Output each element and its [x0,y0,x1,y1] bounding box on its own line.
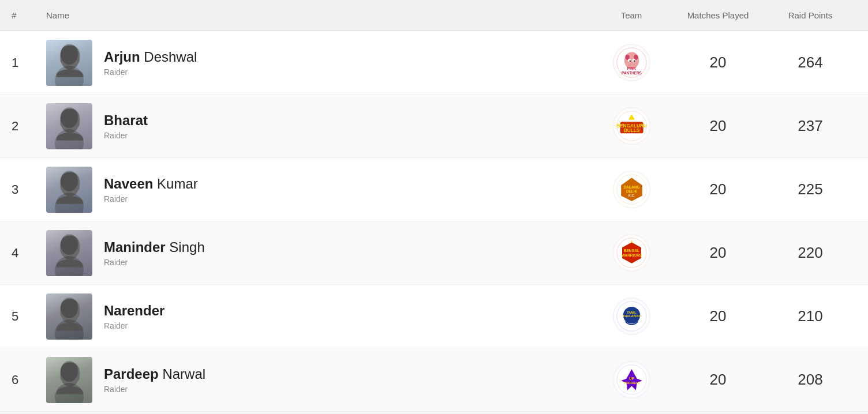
table-row[interactable]: 3 Naveen Kumar Raider DABANG DELHI K.C. [0,158,868,221]
header-team: Team [591,10,672,20]
table-row[interactable]: 4 Maninder Singh Raider BENGAL WARRIORS [0,221,868,285]
matches-played: 20 [672,244,764,262]
table-row[interactable]: 1 Arjun Deshwal Raider PINK PANTHERS [0,31,868,95]
player-info: Maninder Singh Raider [104,239,205,267]
svg-text:PINK: PINK [627,66,636,70]
header-matches: Matches Played [672,10,764,20]
team-cell: PINK PANTHERS [591,44,672,81]
team-logo: BENGALURU BULLS [613,107,650,145]
svg-point-11 [629,60,631,62]
player-photo [46,40,92,86]
player-name: Bharat [104,112,148,129]
svg-text:BULLS: BULLS [623,128,639,133]
raid-points: 220 [764,244,856,262]
player-role: Raider [104,67,197,77]
player-cell: Naveen Kumar Raider [46,167,591,213]
team-logo: PINK PANTHERS [613,44,650,81]
player-role: Raider [104,385,205,394]
player-info: Arjun Deshwal Raider [104,49,197,77]
svg-text:UP: UP [629,377,635,381]
matches-played: 20 [672,180,764,198]
svg-text:DABANG: DABANG [623,185,639,189]
team-cell: DABANG DELHI K.C. [591,171,672,208]
svg-text:YODDHAS: YODDHAS [623,381,639,385]
svg-text:K.C.: K.C. [628,194,635,197]
team-logo: BENGAL WARRIORS [613,234,650,272]
player-info: Naveen Kumar Raider [104,176,198,204]
matches-played: 20 [672,117,764,135]
raid-points: 210 [764,307,856,325]
team-logo: UP YODDHAS [613,361,650,398]
svg-text:TAMIL: TAMIL [627,311,637,314]
player-info: Pardeep Narwal Raider [104,366,205,394]
player-rank: 5 [12,309,46,324]
svg-text:THALAIVAS: THALAIVAS [622,314,640,318]
matches-played: 20 [672,54,764,71]
player-name: Narender [104,303,164,319]
svg-text:BENGAL: BENGAL [623,249,639,253]
player-rank: 2 [12,119,46,134]
svg-point-45 [61,361,78,382]
svg-text:DELHI: DELHI [626,189,637,193]
table-row[interactable]: 6 Pardeep Narwal Raider UP YODDHAS 20 [0,348,868,412]
player-cell: Narender Raider [46,293,591,340]
player-name: Arjun Deshwal [104,49,197,65]
header-rank: # [12,10,46,20]
team-cell: UP YODDHAS [591,361,672,398]
player-info: Bharat Raider [104,112,148,140]
player-photo [46,357,92,403]
svg-point-38 [61,298,78,318]
player-cell: Arjun Deshwal Raider [46,40,591,86]
raid-points: 225 [764,180,856,198]
team-cell: TAMIL THALAIVAS [591,298,672,335]
svg-point-22 [61,171,78,191]
player-name: Naveen Kumar [104,176,198,192]
table-body: 1 Arjun Deshwal Raider PINK PANTHERS [0,31,868,412]
table-row[interactable]: 5 Narender Raider TAMIL THALAIVAS [0,285,868,348]
raid-points: 208 [764,371,856,389]
header-name: Name [46,10,591,20]
player-cell: Maninder Singh Raider [46,230,591,276]
team-cell: BENGALURU BULLS [591,107,672,145]
raid-points: 237 [764,117,856,135]
table-header: # Name Team Matches Played Raid Points [0,0,868,31]
matches-played: 20 [672,371,764,389]
player-name: Maninder Singh [104,239,205,255]
player-role: Raider [104,321,164,330]
svg-point-14 [61,107,78,128]
player-rank: 6 [12,372,46,387]
matches-played: 20 [672,307,764,325]
svg-text:WARRIORS: WARRIORS [621,253,642,257]
leaderboard-table: # Name Team Matches Played Raid Points 1… [0,0,868,412]
svg-text:PANTHERS: PANTHERS [622,71,642,75]
player-rank: 4 [12,246,46,261]
team-logo: TAMIL THALAIVAS [613,298,650,335]
player-photo [46,103,92,149]
player-photo [46,293,92,340]
player-role: Raider [104,131,148,140]
svg-point-1 [61,44,78,65]
player-cell: Pardeep Narwal Raider [46,357,591,403]
team-logo: DABANG DELHI K.C. [613,171,650,208]
svg-point-30 [61,234,78,255]
player-name: Pardeep Narwal [104,366,205,382]
svg-point-12 [633,60,635,62]
raid-points: 264 [764,54,856,71]
player-cell: Bharat Raider [46,103,591,149]
player-rank: 3 [12,182,46,197]
header-raid: Raid Points [764,10,856,20]
team-cell: BENGAL WARRIORS [591,234,672,272]
player-rank: 1 [12,55,46,70]
player-role: Raider [104,194,198,204]
player-role: Raider [104,258,205,267]
player-photo [46,167,92,213]
player-info: Narender Raider [104,303,164,330]
player-photo [46,230,92,276]
table-row[interactable]: 2 Bharat Raider BENGALURU BULLS [0,95,868,158]
